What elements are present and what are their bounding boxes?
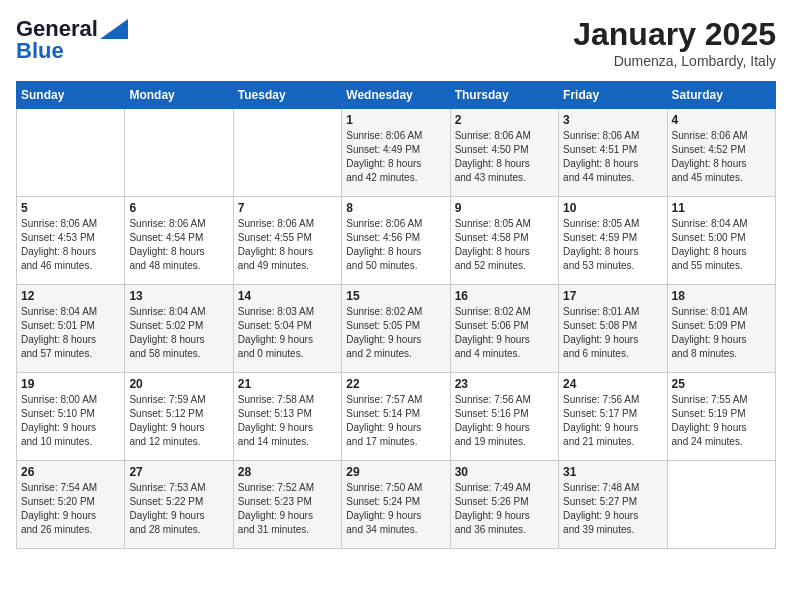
day-number: 4 bbox=[672, 113, 771, 127]
day-number: 17 bbox=[563, 289, 662, 303]
day-number: 15 bbox=[346, 289, 445, 303]
days-header-row: SundayMondayTuesdayWednesdayThursdayFrid… bbox=[17, 82, 776, 109]
calendar-cell: 9Sunrise: 8:05 AM Sunset: 4:58 PM Daylig… bbox=[450, 197, 558, 285]
title-block: January 2025 Dumenza, Lombardy, Italy bbox=[573, 16, 776, 69]
day-number: 20 bbox=[129, 377, 228, 391]
day-number: 21 bbox=[238, 377, 337, 391]
day-number: 18 bbox=[672, 289, 771, 303]
day-info: Sunrise: 7:56 AM Sunset: 5:16 PM Dayligh… bbox=[455, 393, 554, 449]
day-number: 28 bbox=[238, 465, 337, 479]
svg-marker-0 bbox=[100, 19, 128, 39]
calendar-cell: 14Sunrise: 8:03 AM Sunset: 5:04 PM Dayli… bbox=[233, 285, 341, 373]
day-number: 26 bbox=[21, 465, 120, 479]
calendar-cell: 16Sunrise: 8:02 AM Sunset: 5:06 PM Dayli… bbox=[450, 285, 558, 373]
day-info: Sunrise: 8:06 AM Sunset: 4:50 PM Dayligh… bbox=[455, 129, 554, 185]
day-number: 30 bbox=[455, 465, 554, 479]
day-info: Sunrise: 8:06 AM Sunset: 4:49 PM Dayligh… bbox=[346, 129, 445, 185]
day-info: Sunrise: 7:56 AM Sunset: 5:17 PM Dayligh… bbox=[563, 393, 662, 449]
day-info: Sunrise: 8:06 AM Sunset: 4:54 PM Dayligh… bbox=[129, 217, 228, 273]
day-number: 5 bbox=[21, 201, 120, 215]
calendar-cell: 6Sunrise: 8:06 AM Sunset: 4:54 PM Daylig… bbox=[125, 197, 233, 285]
calendar-cell: 17Sunrise: 8:01 AM Sunset: 5:08 PM Dayli… bbox=[559, 285, 667, 373]
day-number: 10 bbox=[563, 201, 662, 215]
day-info: Sunrise: 8:06 AM Sunset: 4:53 PM Dayligh… bbox=[21, 217, 120, 273]
day-info: Sunrise: 8:04 AM Sunset: 5:01 PM Dayligh… bbox=[21, 305, 120, 361]
day-number: 27 bbox=[129, 465, 228, 479]
logo: General Blue bbox=[16, 16, 128, 64]
day-number: 19 bbox=[21, 377, 120, 391]
day-number: 7 bbox=[238, 201, 337, 215]
calendar-cell: 24Sunrise: 7:56 AM Sunset: 5:17 PM Dayli… bbox=[559, 373, 667, 461]
calendar-cell bbox=[233, 109, 341, 197]
day-info: Sunrise: 8:06 AM Sunset: 4:52 PM Dayligh… bbox=[672, 129, 771, 185]
calendar-cell: 31Sunrise: 7:48 AM Sunset: 5:27 PM Dayli… bbox=[559, 461, 667, 549]
week-row-1: 1Sunrise: 8:06 AM Sunset: 4:49 PM Daylig… bbox=[17, 109, 776, 197]
calendar-cell: 11Sunrise: 8:04 AM Sunset: 5:00 PM Dayli… bbox=[667, 197, 775, 285]
calendar-cell: 5Sunrise: 8:06 AM Sunset: 4:53 PM Daylig… bbox=[17, 197, 125, 285]
day-number: 23 bbox=[455, 377, 554, 391]
day-number: 14 bbox=[238, 289, 337, 303]
day-info: Sunrise: 7:55 AM Sunset: 5:19 PM Dayligh… bbox=[672, 393, 771, 449]
month-title: January 2025 bbox=[573, 16, 776, 53]
calendar-cell bbox=[667, 461, 775, 549]
day-info: Sunrise: 8:05 AM Sunset: 4:58 PM Dayligh… bbox=[455, 217, 554, 273]
week-row-3: 12Sunrise: 8:04 AM Sunset: 5:01 PM Dayli… bbox=[17, 285, 776, 373]
day-header-thursday: Thursday bbox=[450, 82, 558, 109]
week-row-2: 5Sunrise: 8:06 AM Sunset: 4:53 PM Daylig… bbox=[17, 197, 776, 285]
day-info: Sunrise: 8:04 AM Sunset: 5:02 PM Dayligh… bbox=[129, 305, 228, 361]
day-info: Sunrise: 7:48 AM Sunset: 5:27 PM Dayligh… bbox=[563, 481, 662, 537]
day-number: 25 bbox=[672, 377, 771, 391]
calendar-cell: 3Sunrise: 8:06 AM Sunset: 4:51 PM Daylig… bbox=[559, 109, 667, 197]
calendar-cell: 12Sunrise: 8:04 AM Sunset: 5:01 PM Dayli… bbox=[17, 285, 125, 373]
day-info: Sunrise: 8:01 AM Sunset: 5:09 PM Dayligh… bbox=[672, 305, 771, 361]
day-info: Sunrise: 8:06 AM Sunset: 4:55 PM Dayligh… bbox=[238, 217, 337, 273]
calendar-cell: 28Sunrise: 7:52 AM Sunset: 5:23 PM Dayli… bbox=[233, 461, 341, 549]
calendar-cell: 13Sunrise: 8:04 AM Sunset: 5:02 PM Dayli… bbox=[125, 285, 233, 373]
day-header-monday: Monday bbox=[125, 82, 233, 109]
logo-blue: Blue bbox=[16, 38, 64, 64]
logo-icon bbox=[100, 19, 128, 39]
day-number: 29 bbox=[346, 465, 445, 479]
day-number: 24 bbox=[563, 377, 662, 391]
day-info: Sunrise: 8:02 AM Sunset: 5:06 PM Dayligh… bbox=[455, 305, 554, 361]
calendar-cell: 22Sunrise: 7:57 AM Sunset: 5:14 PM Dayli… bbox=[342, 373, 450, 461]
calendar-cell: 27Sunrise: 7:53 AM Sunset: 5:22 PM Dayli… bbox=[125, 461, 233, 549]
day-info: Sunrise: 8:00 AM Sunset: 5:10 PM Dayligh… bbox=[21, 393, 120, 449]
day-info: Sunrise: 7:49 AM Sunset: 5:26 PM Dayligh… bbox=[455, 481, 554, 537]
calendar-cell bbox=[17, 109, 125, 197]
calendar-cell: 20Sunrise: 7:59 AM Sunset: 5:12 PM Dayli… bbox=[125, 373, 233, 461]
calendar-cell: 10Sunrise: 8:05 AM Sunset: 4:59 PM Dayli… bbox=[559, 197, 667, 285]
calendar-cell: 21Sunrise: 7:58 AM Sunset: 5:13 PM Dayli… bbox=[233, 373, 341, 461]
calendar-cell: 18Sunrise: 8:01 AM Sunset: 5:09 PM Dayli… bbox=[667, 285, 775, 373]
day-number: 6 bbox=[129, 201, 228, 215]
day-info: Sunrise: 7:50 AM Sunset: 5:24 PM Dayligh… bbox=[346, 481, 445, 537]
calendar-cell: 15Sunrise: 8:02 AM Sunset: 5:05 PM Dayli… bbox=[342, 285, 450, 373]
calendar-cell: 29Sunrise: 7:50 AM Sunset: 5:24 PM Dayli… bbox=[342, 461, 450, 549]
day-info: Sunrise: 7:59 AM Sunset: 5:12 PM Dayligh… bbox=[129, 393, 228, 449]
day-number: 16 bbox=[455, 289, 554, 303]
day-info: Sunrise: 8:06 AM Sunset: 4:56 PM Dayligh… bbox=[346, 217, 445, 273]
day-info: Sunrise: 8:05 AM Sunset: 4:59 PM Dayligh… bbox=[563, 217, 662, 273]
calendar-cell: 30Sunrise: 7:49 AM Sunset: 5:26 PM Dayli… bbox=[450, 461, 558, 549]
calendar-table: SundayMondayTuesdayWednesdayThursdayFrid… bbox=[16, 81, 776, 549]
day-info: Sunrise: 8:02 AM Sunset: 5:05 PM Dayligh… bbox=[346, 305, 445, 361]
week-row-4: 19Sunrise: 8:00 AM Sunset: 5:10 PM Dayli… bbox=[17, 373, 776, 461]
calendar-cell: 23Sunrise: 7:56 AM Sunset: 5:16 PM Dayli… bbox=[450, 373, 558, 461]
day-number: 13 bbox=[129, 289, 228, 303]
day-info: Sunrise: 7:58 AM Sunset: 5:13 PM Dayligh… bbox=[238, 393, 337, 449]
day-info: Sunrise: 7:54 AM Sunset: 5:20 PM Dayligh… bbox=[21, 481, 120, 537]
day-info: Sunrise: 8:06 AM Sunset: 4:51 PM Dayligh… bbox=[563, 129, 662, 185]
day-number: 9 bbox=[455, 201, 554, 215]
calendar-cell: 19Sunrise: 8:00 AM Sunset: 5:10 PM Dayli… bbox=[17, 373, 125, 461]
page-header: General Blue January 2025 Dumenza, Lomba… bbox=[16, 16, 776, 69]
day-info: Sunrise: 8:03 AM Sunset: 5:04 PM Dayligh… bbox=[238, 305, 337, 361]
calendar-cell: 8Sunrise: 8:06 AM Sunset: 4:56 PM Daylig… bbox=[342, 197, 450, 285]
day-header-saturday: Saturday bbox=[667, 82, 775, 109]
day-info: Sunrise: 7:52 AM Sunset: 5:23 PM Dayligh… bbox=[238, 481, 337, 537]
day-number: 2 bbox=[455, 113, 554, 127]
day-info: Sunrise: 8:01 AM Sunset: 5:08 PM Dayligh… bbox=[563, 305, 662, 361]
day-header-tuesday: Tuesday bbox=[233, 82, 341, 109]
day-header-wednesday: Wednesday bbox=[342, 82, 450, 109]
day-number: 12 bbox=[21, 289, 120, 303]
day-number: 3 bbox=[563, 113, 662, 127]
